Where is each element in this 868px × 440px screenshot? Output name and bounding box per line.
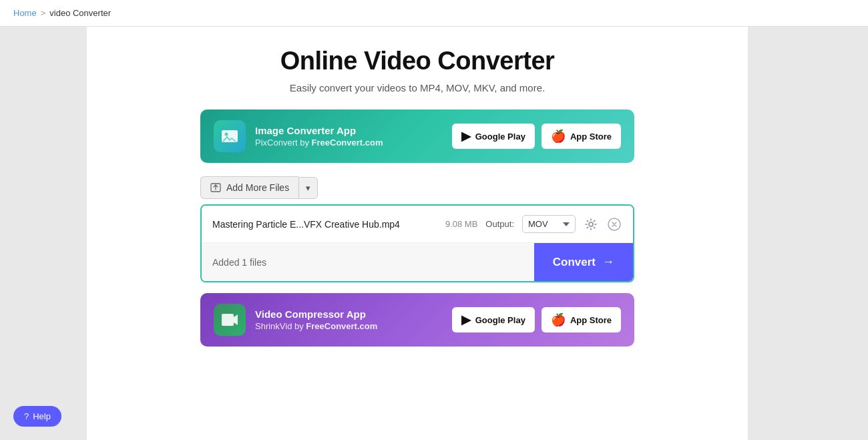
video-compressor-banner: Video Compressor App ShrinkVid by FreeCo… bbox=[200, 293, 634, 347]
breadcrumb-separator: > bbox=[41, 8, 46, 18]
convert-label: Convert bbox=[553, 256, 596, 269]
apple-icon-video: 🍎 bbox=[551, 312, 566, 327]
google-play-label-image: Google Play bbox=[475, 132, 525, 142]
image-converter-banner: Image Converter App PixConvert by FreeCo… bbox=[200, 109, 634, 163]
banner-image-sub: PixConvert by FreeConvert.com bbox=[255, 138, 443, 148]
main-content: Online Video Converter Easily convert yo… bbox=[87, 27, 748, 440]
convert-arrow-icon: → bbox=[602, 255, 614, 269]
app-store-label-image: App Store bbox=[570, 132, 612, 142]
breadcrumb: Home > video Converter bbox=[0, 0, 868, 27]
upload-area: Add More Files ▾ Mastering Particle E...… bbox=[200, 176, 634, 282]
help-button[interactable]: ? Help bbox=[13, 406, 61, 427]
help-icon: ? bbox=[24, 411, 29, 421]
file-size: 9.08 MB bbox=[445, 219, 477, 229]
google-play-label-video: Google Play bbox=[475, 315, 525, 325]
banner-video-buttons: ▶ Google Play 🍎 App Store bbox=[452, 307, 621, 333]
banner-image-buttons: ▶ Google Play 🍎 App Store bbox=[452, 124, 621, 149]
google-play-icon-video: ▶ bbox=[461, 312, 471, 327]
breadcrumb-current: video Converter bbox=[49, 8, 111, 18]
help-label: Help bbox=[33, 411, 51, 421]
output-label: Output: bbox=[485, 219, 514, 229]
apple-icon-image: 🍎 bbox=[551, 129, 566, 144]
add-files-dropdown-button[interactable]: ▾ bbox=[298, 177, 318, 199]
google-play-icon: ▶ bbox=[461, 129, 471, 144]
sidebar-left bbox=[0, 27, 87, 440]
google-play-button-video[interactable]: ▶ Google Play bbox=[452, 307, 535, 333]
app-store-button-image[interactable]: 🍎 App Store bbox=[541, 124, 621, 149]
svg-point-3 bbox=[589, 222, 593, 226]
video-app-icon bbox=[214, 304, 246, 336]
close-icon bbox=[608, 218, 621, 231]
banner-image-text: Image Converter App PixConvert by FreeCo… bbox=[255, 125, 443, 148]
banner-video-title: Video Compressor App bbox=[255, 308, 443, 320]
settings-button[interactable] bbox=[584, 217, 598, 232]
add-files-label: Add More Files bbox=[226, 182, 289, 193]
add-files-icon bbox=[210, 182, 221, 193]
file-list-container: Mastering Particle E...VFX Creative Hub.… bbox=[200, 204, 634, 282]
banner-video-sub: ShrinkVid by FreeConvert.com bbox=[255, 321, 443, 331]
image-app-icon bbox=[214, 120, 246, 152]
convert-bar: Added 1 files Convert → bbox=[202, 243, 633, 281]
add-files-bar: Add More Files ▾ bbox=[200, 176, 634, 199]
page-title: Online Video Converter bbox=[280, 47, 555, 75]
banner-video-text: Video Compressor App ShrinkVid by FreeCo… bbox=[255, 308, 443, 331]
sidebar-right bbox=[748, 27, 868, 440]
app-store-button-video[interactable]: 🍎 App Store bbox=[541, 307, 621, 333]
convert-button[interactable]: Convert → bbox=[534, 243, 633, 281]
chevron-down-icon: ▾ bbox=[306, 183, 310, 193]
file-row: Mastering Particle E...VFX Creative Hub.… bbox=[202, 206, 633, 243]
app-store-label-video: App Store bbox=[570, 315, 612, 325]
output-format-select[interactable]: MOV MP4 MKV AVI WMV FLV WEBM bbox=[522, 215, 576, 233]
google-play-button-image[interactable]: ▶ Google Play bbox=[452, 124, 535, 149]
svg-point-1 bbox=[225, 133, 228, 136]
breadcrumb-home[interactable]: Home bbox=[13, 8, 37, 18]
svg-rect-5 bbox=[222, 314, 234, 326]
page-subtitle: Easily convert your videos to MP4, MOV, … bbox=[290, 82, 545, 93]
banner-image-title: Image Converter App bbox=[255, 125, 443, 136]
remove-file-button[interactable] bbox=[606, 216, 622, 232]
files-added-text: Added 1 files bbox=[202, 257, 534, 268]
gear-icon bbox=[585, 218, 597, 230]
file-name: Mastering Particle E...VFX Creative Hub.… bbox=[212, 219, 437, 230]
add-files-button[interactable]: Add More Files bbox=[200, 176, 298, 199]
